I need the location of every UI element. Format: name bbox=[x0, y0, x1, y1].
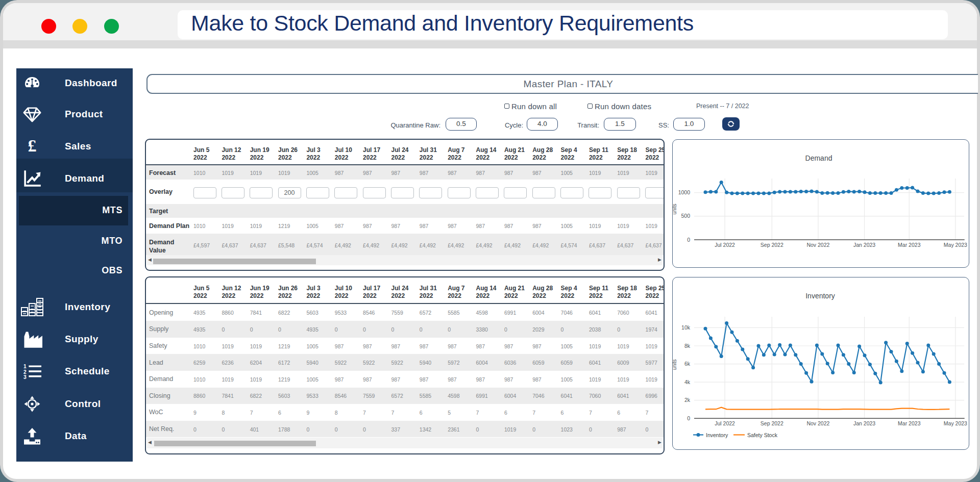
svg-text:units: units bbox=[672, 359, 677, 370]
svg-text:May 2023: May 2023 bbox=[944, 242, 967, 248]
svg-text:1000: 1000 bbox=[678, 189, 691, 195]
svg-text:Jul 2022: Jul 2022 bbox=[715, 242, 735, 248]
svg-text:Inventory: Inventory bbox=[706, 432, 728, 438]
svg-text:10k: 10k bbox=[681, 324, 691, 331]
svg-text:6k: 6k bbox=[684, 361, 691, 367]
svg-text:Inventory: Inventory bbox=[805, 292, 835, 300]
svg-text:Mar 2023: Mar 2023 bbox=[898, 242, 921, 248]
svg-text:May 2023: May 2023 bbox=[944, 420, 967, 426]
svg-text:Jul 2022: Jul 2022 bbox=[715, 420, 735, 426]
svg-text:Jan 2023: Jan 2023 bbox=[853, 420, 875, 426]
svg-text:2k: 2k bbox=[684, 397, 691, 403]
svg-text:0: 0 bbox=[687, 237, 690, 243]
svg-text:Safety Stock: Safety Stock bbox=[747, 432, 778, 438]
svg-text:Mar 2023: Mar 2023 bbox=[898, 420, 921, 426]
svg-text:500: 500 bbox=[681, 213, 690, 219]
svg-text:Jan 2023: Jan 2023 bbox=[853, 242, 875, 248]
svg-text:0: 0 bbox=[687, 415, 690, 421]
svg-text:units: units bbox=[672, 204, 677, 214]
svg-text:8k: 8k bbox=[684, 343, 691, 349]
svg-text:Nov 2022: Nov 2022 bbox=[806, 242, 829, 248]
svg-text:Sep 2022: Sep 2022 bbox=[761, 420, 783, 426]
svg-text:Sep 2022: Sep 2022 bbox=[761, 242, 783, 248]
svg-text:£: £ bbox=[28, 137, 37, 155]
svg-text:4k: 4k bbox=[684, 379, 691, 385]
svg-text:Nov 2022: Nov 2022 bbox=[806, 420, 829, 426]
svg-text:Demand: Demand bbox=[805, 154, 832, 162]
svg-text:3: 3 bbox=[23, 374, 27, 380]
